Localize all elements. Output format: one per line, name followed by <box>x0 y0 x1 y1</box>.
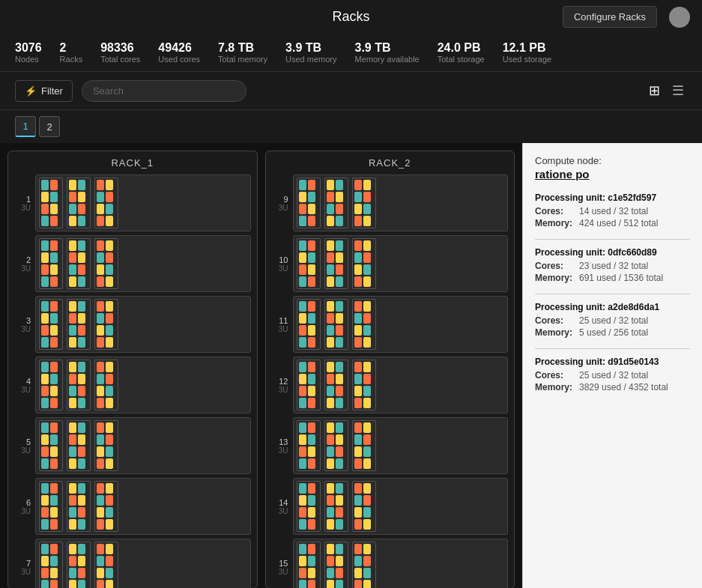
core-cell <box>50 386 58 396</box>
core-cell <box>50 544 58 554</box>
core-cell <box>363 252 371 263</box>
server-block[interactable] <box>35 478 251 535</box>
row-unit: 3U <box>279 325 288 333</box>
rack-row[interactable]: 133U <box>272 417 509 474</box>
server-block[interactable] <box>35 296 251 353</box>
core-cell <box>106 216 113 226</box>
core-cell <box>41 362 49 372</box>
core-cell <box>363 240 371 251</box>
core-cell <box>299 580 306 588</box>
rack-row[interactable]: 43U <box>14 357 251 413</box>
core-cell <box>106 434 113 445</box>
rack-row[interactable]: 13U <box>14 175 251 231</box>
page-2-button[interactable]: 2 <box>39 116 60 137</box>
core-cell <box>354 580 362 588</box>
core-cell <box>41 192 49 202</box>
core-cell <box>50 240 58 251</box>
rack-row[interactable]: 103U <box>272 235 509 292</box>
server-block[interactable] <box>35 175 251 231</box>
core-cell <box>354 507 362 518</box>
core-cell <box>41 422 49 433</box>
grid-view-button[interactable]: ⊞ <box>646 79 663 102</box>
row-number: 1 <box>26 195 31 204</box>
core-cell <box>354 337 362 348</box>
configure-racks-button[interactable]: Configure Racks <box>563 6 657 28</box>
core-cell <box>363 216 371 226</box>
pu-title-d91d5e0143: Processing unit: d91d5e0143 <box>535 357 690 367</box>
rack-row[interactable]: 63U <box>14 478 251 535</box>
rack-row[interactable]: 23U <box>14 235 251 292</box>
core-cell <box>41 313 49 324</box>
rack-row[interactable]: 73U <box>14 539 251 588</box>
server-block[interactable] <box>293 175 509 231</box>
row-number: 3 <box>26 316 31 325</box>
core-cell <box>327 483 334 494</box>
rack-row[interactable]: 33U <box>14 296 251 353</box>
rack-row[interactable]: 113U <box>272 296 509 353</box>
pu-cores-key: Cores: <box>535 370 576 381</box>
core-cell <box>78 580 85 588</box>
list-view-button[interactable]: ☰ <box>669 79 687 102</box>
server-block[interactable] <box>35 235 251 292</box>
row-unit: 3U <box>279 568 288 576</box>
core-cell <box>69 434 76 445</box>
core-cell <box>78 252 85 263</box>
rack-row[interactable]: 153U <box>272 539 509 588</box>
core-cell <box>327 458 334 469</box>
filter-button[interactable]: ⚡ Filter <box>15 80 73 102</box>
server-block[interactable] <box>293 357 509 413</box>
core-cell <box>336 362 343 372</box>
core-cell <box>327 313 334 324</box>
page-1-button[interactable]: 1 <box>15 116 36 137</box>
pu-cores-val: 23 used / 32 total <box>579 261 648 271</box>
rack-row[interactable]: 123U <box>272 357 509 413</box>
server-block[interactable] <box>293 539 509 588</box>
core-cell <box>50 483 58 494</box>
search-input[interactable] <box>82 80 246 102</box>
header: Racks Configure Racks <box>0 0 702 34</box>
core-cell <box>299 301 306 312</box>
server-block[interactable] <box>35 539 251 588</box>
server-block[interactable] <box>293 296 509 353</box>
core-cell <box>363 264 371 275</box>
stat-used-storage: 12.1 PBUsed storage <box>503 41 551 64</box>
core-cell <box>78 434 85 445</box>
rack-2-title: RACK_2 <box>272 157 509 169</box>
core-cell <box>50 216 58 226</box>
rack-row[interactable]: 93U <box>272 175 509 231</box>
server-block[interactable] <box>293 478 509 535</box>
row-unit: 3U <box>279 204 288 212</box>
core-cell <box>336 192 343 202</box>
core-cell <box>299 180 306 190</box>
core-cell <box>106 204 113 214</box>
rack-row[interactable]: 53U <box>14 417 251 474</box>
compute-node-label: Compute node: <box>535 155 690 166</box>
pu-memory-key: Memory: <box>535 273 576 283</box>
server-block[interactable] <box>293 417 509 474</box>
pu-memory-row: Memory: 5 used / 256 total <box>535 327 690 338</box>
core-cell <box>97 434 104 445</box>
server-block[interactable] <box>35 417 251 474</box>
server-block[interactable] <box>35 357 251 413</box>
rack-row[interactable]: 143U <box>272 478 509 535</box>
core-cell <box>41 276 49 287</box>
core-cell <box>308 544 315 554</box>
pu-section-0dfc660d89: Processing unit: 0dfc660d89 Cores: 23 us… <box>535 239 690 283</box>
core-cell <box>354 313 362 324</box>
row-number: 6 <box>26 498 31 507</box>
core-cell <box>78 216 85 226</box>
core-cell <box>354 252 362 263</box>
core-cell <box>354 240 362 251</box>
core-cell <box>308 495 315 506</box>
core-cell <box>50 325 58 336</box>
rack-1-container: RACK_1 13U23U33U43U53U63U73U83U <box>7 151 258 588</box>
core-cell <box>106 301 113 312</box>
toolbar: ⚡ Filter ⊞ ☰ <box>0 72 702 110</box>
core-cell <box>41 556 49 566</box>
core-cell <box>69 337 76 348</box>
server-block[interactable] <box>293 235 509 292</box>
core-cell <box>69 362 76 372</box>
row-label: 13U <box>14 195 31 212</box>
core-cell <box>106 507 113 518</box>
core-cell <box>78 264 85 275</box>
